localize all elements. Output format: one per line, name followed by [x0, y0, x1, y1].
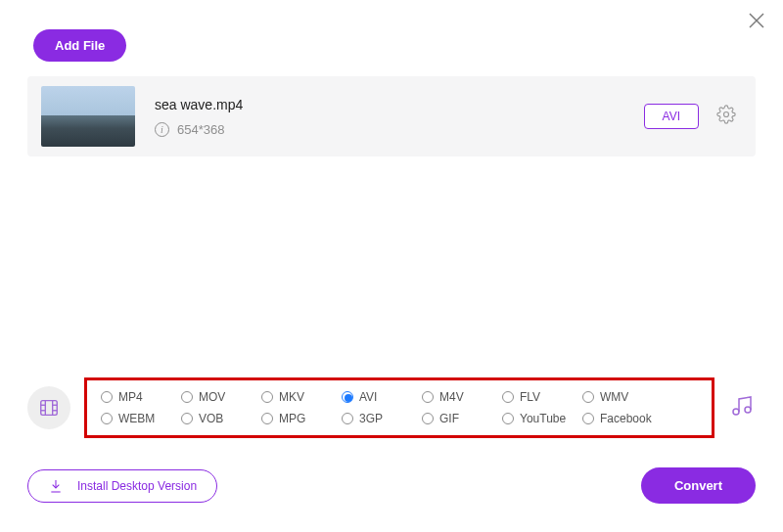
bottom-row: Install Desktop Version Convert [27, 467, 756, 504]
file-card: sea wave.mp4 i 654*368 AVI [27, 76, 756, 156]
format-label: GIF [439, 412, 459, 425]
radio-icon [181, 413, 193, 424]
format-label: 3GP [359, 412, 383, 425]
format-grid: MP4MOVMKVAVIM4VFLVWMV WEBMVOBMPG3GPGIFYo… [84, 377, 714, 438]
format-label: M4V [439, 390, 464, 404]
gear-icon[interactable] [716, 105, 736, 128]
format-label: WEBM [118, 412, 155, 425]
file-meta: sea wave.mp4 i 654*368 [155, 97, 243, 137]
add-file-button[interactable]: Add File [33, 29, 126, 62]
format-option-mp4[interactable]: MP4 [101, 386, 181, 408]
format-label: FLV [520, 390, 540, 404]
radio-icon [422, 391, 434, 403]
radio-icon [342, 391, 353, 403]
format-option-facebook[interactable]: Facebook [582, 408, 663, 429]
format-label: YouTube [520, 412, 566, 425]
download-icon [48, 478, 64, 494]
music-icon [730, 394, 754, 418]
format-label: MOV [199, 390, 225, 404]
format-option-webm[interactable]: WEBM [101, 408, 181, 429]
info-icon[interactable]: i [155, 122, 169, 137]
format-option-avi[interactable]: AVI [342, 386, 422, 408]
svg-point-11 [745, 407, 751, 413]
format-bar: MP4MOVMKVAVIM4VFLVWMV WEBMVOBMPG3GPGIFYo… [27, 377, 756, 438]
radio-icon [582, 391, 594, 403]
svg-rect-3 [41, 401, 58, 416]
close-icon[interactable] [748, 12, 765, 33]
radio-icon [502, 391, 514, 403]
audio-category-button[interactable] [728, 394, 756, 421]
format-option-gif[interactable]: GIF [422, 408, 502, 429]
format-label: MP4 [118, 390, 143, 404]
radio-icon [422, 413, 434, 424]
radio-icon [101, 391, 113, 403]
radio-icon [261, 413, 273, 424]
radio-icon [261, 391, 273, 403]
svg-point-2 [724, 112, 729, 117]
format-option-3gp[interactable]: 3GP [342, 408, 422, 429]
video-category-button[interactable] [27, 386, 70, 429]
format-option-flv[interactable]: FLV [502, 386, 582, 408]
format-option-wmv[interactable]: WMV [582, 386, 663, 408]
radio-icon [342, 413, 353, 424]
format-option-youtube[interactable]: YouTube [502, 408, 582, 429]
radio-icon [502, 413, 514, 424]
file-name: sea wave.mp4 [155, 97, 243, 112]
install-desktop-button[interactable]: Install Desktop Version [27, 469, 217, 503]
radio-icon [181, 391, 193, 403]
format-label: Facebook [600, 412, 652, 425]
svg-point-10 [733, 409, 739, 415]
format-option-vob[interactable]: VOB [181, 408, 261, 429]
format-label: MKV [279, 390, 304, 404]
format-option-mpg[interactable]: MPG [261, 408, 342, 429]
radio-icon [582, 413, 594, 424]
format-option-m4v[interactable]: M4V [422, 386, 502, 408]
format-label: VOB [199, 412, 223, 425]
format-option-mov[interactable]: MOV [181, 386, 261, 408]
format-label: MPG [279, 412, 305, 425]
install-desktop-label: Install Desktop Version [77, 479, 197, 493]
format-option-mkv[interactable]: MKV [261, 386, 342, 408]
radio-icon [101, 413, 113, 424]
format-label: WMV [600, 390, 628, 404]
output-format-pill[interactable]: AVI [644, 104, 699, 129]
format-label: AVI [359, 390, 377, 404]
convert-button[interactable]: Convert [641, 467, 756, 504]
file-thumbnail [41, 86, 135, 147]
file-dimensions: 654*368 [177, 122, 224, 137]
filmstrip-icon [38, 397, 60, 419]
